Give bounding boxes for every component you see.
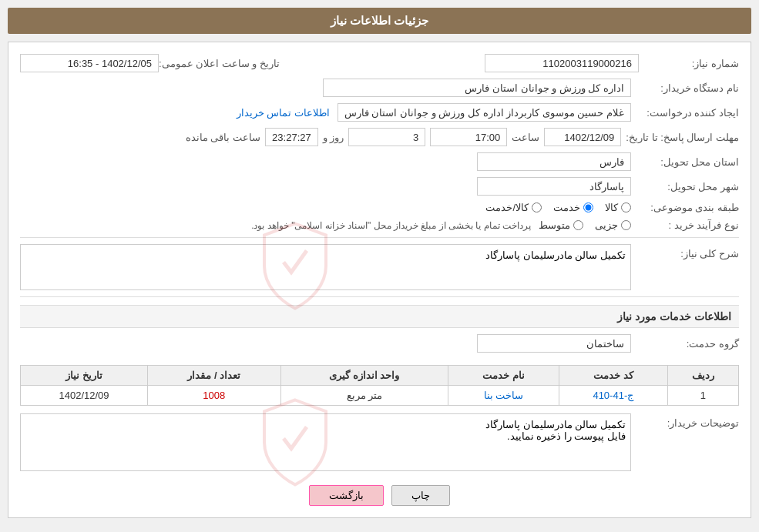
cell-نام-خدمت[interactable]: ساخت بنا [448, 386, 559, 406]
col-تاریخ: تاریخ نیاز [21, 366, 148, 386]
col-تعداد: تعداد / مقدار [148, 366, 281, 386]
فرآیند-label: نوع فرآیند خرید : [639, 219, 739, 231]
radio-کالا-خدمت[interactable]: کالا/خدمت [485, 202, 542, 213]
cell-تعداد: 1008 [148, 386, 281, 406]
radio-کالا[interactable]: کالا [605, 202, 631, 213]
گروه-حدمت-label: گروه حدمت: [639, 338, 739, 350]
print-button[interactable]: چاپ [391, 485, 450, 506]
شماره-نیاز-value: 1102003119000216 [485, 54, 639, 72]
شهر-row: شهر محل تحویل: پاسارگاد [20, 177, 739, 196]
radio-خدمت[interactable]: خدمت [553, 202, 593, 213]
شرح-textarea[interactable] [20, 244, 631, 290]
col-کد-خدمت: کد خدمت [559, 366, 667, 386]
شرح-row: شرح کلی نیاز: [20, 244, 739, 290]
نام-دستگاه-value: اداره کل ورزش و جوانان استان فارس [323, 79, 631, 97]
ایجاد-کننده-row: ایجاد کننده درخواست: غلام حسین موسوی کار… [20, 103, 739, 122]
col-واحد: واحد اندازه گیری [280, 366, 448, 386]
مهلت-روز-label: روز و [323, 132, 344, 143]
طبقه-label: طبقه بندی موضوعی: [639, 202, 739, 213]
شهر-label: شهر محل تحویل: [639, 181, 739, 192]
فرآیند-radio-group: جزیی متوسط [539, 219, 631, 231]
شماره-نیاز-label: شماره نیاز: [639, 58, 739, 69]
services-table-container: ردیف کد خدمت نام خدمت واحد اندازه گیری ت… [20, 359, 739, 406]
cell-واحد: متر مربع [280, 386, 448, 406]
طبقه-row: طبقه بندی موضوعی: کالا خدمت کالا/خدمت [20, 202, 739, 213]
مهلت-ساعت-باقی: 23:27:27 [265, 128, 318, 146]
نام-دستگاه-row: نام دستگاه خریدار: اداره کل ورزش و جوانا… [20, 79, 739, 97]
مهلت-تاریخ: 1402/12/09 [544, 128, 621, 146]
col-ردیف: ردیف [667, 366, 738, 386]
back-button[interactable]: بازگشت [309, 485, 384, 506]
توضیحات-label: توضیحات خریدار: [639, 413, 739, 429]
cell-ردیف: 1 [667, 386, 738, 406]
divider-2 [20, 296, 739, 297]
services-table-head: ردیف کد خدمت نام خدمت واحد اندازه گیری ت… [21, 366, 739, 386]
استان-label: استان محل تحویل: [639, 156, 739, 168]
استان-row: استان محل تحویل: فارس [20, 152, 739, 171]
radio-جزیی[interactable]: جزیی [595, 219, 631, 231]
ایجاد-کننده-label: ایجاد کننده درخواست: [639, 107, 739, 119]
شماره-نیاز-row: شماره نیاز: 1102003119000216 تاریخ و ساع… [20, 54, 739, 72]
services-table-body: 1 ج-41-410 ساخت بنا متر مربع 1008 1402/1… [21, 386, 739, 406]
شرح-label: شرح کلی نیاز: [639, 244, 739, 259]
services-table-header-row: ردیف کد خدمت نام خدمت واحد اندازه گیری ت… [21, 366, 739, 386]
خدمات-section-title: اطلاعات خدمات مورد نیاز [20, 305, 739, 328]
فرآیند-row: نوع فرآیند خرید : جزیی متوسط پرداخت تمام… [20, 219, 739, 231]
توضیحات-textarea[interactable] [20, 413, 631, 471]
مهلت-روز: 3 [348, 128, 425, 146]
تاریخ-label: تاریخ و ساعت اعلان عمومی: [159, 58, 280, 69]
buttons-row: چاپ بازگشت [20, 485, 739, 506]
services-table: ردیف کد خدمت نام خدمت واحد اندازه گیری ت… [20, 365, 739, 406]
گروه-حدمت-row: گروه حدمت: ساختمان [20, 334, 739, 353]
استان-value: فارس [477, 152, 631, 171]
نام-دستگاه-label: نام دستگاه خریدار: [639, 82, 739, 94]
تاریخ-value: 1402/12/05 - 16:35 [20, 54, 159, 72]
اطلاعات-تماس-link[interactable]: اطلاعات تماس خریدار [237, 107, 330, 119]
cell-کد-خدمت[interactable]: ج-41-410 [559, 386, 667, 406]
مهلت-ساعت-label: ساعت [512, 132, 539, 143]
ایجاد-کننده-value: غلام حسین موسوی کاربرداز اداره کل ورزش و… [338, 103, 631, 122]
مهلت-row: مهلت ارسال پاسخ: تا تاریخ: 1402/12/09 سا… [20, 128, 739, 146]
main-card: شماره نیاز: 1102003119000216 تاریخ و ساع… [8, 42, 751, 518]
page-container: جزئیات اطلاعات نیاز شماره نیاز: 11020031… [0, 0, 759, 532]
شهر-value: پاسارگاد [477, 177, 631, 196]
مهلت-باقی-label: ساعت باقی مانده [186, 132, 260, 143]
مهلت-label: مهلت ارسال پاسخ: تا تاریخ: [626, 132, 739, 143]
طبقه-radio-group: کالا خدمت کالا/خدمت [485, 202, 631, 213]
page-header: جزئیات اطلاعات نیاز [8, 8, 751, 34]
page-title: جزئیات اطلاعات نیاز [331, 14, 428, 27]
divider-1 [20, 237, 739, 238]
col-نام-خدمت: نام خدمت [448, 366, 559, 386]
table-row: 1 ج-41-410 ساخت بنا متر مربع 1008 1402/1… [21, 386, 739, 406]
radio-متوسط[interactable]: متوسط [539, 219, 583, 231]
مهلت-ساعت: 17:00 [430, 128, 507, 146]
cell-تاریخ: 1402/12/09 [21, 386, 148, 406]
توضیحات-row: توضیحات خریدار: [20, 413, 739, 473]
گروه-حدمت-value: ساختمان [477, 334, 631, 353]
فرآیند-توضیح: پرداخت تمام یا بخشی از مبلغ خریداز محل "… [251, 220, 531, 231]
